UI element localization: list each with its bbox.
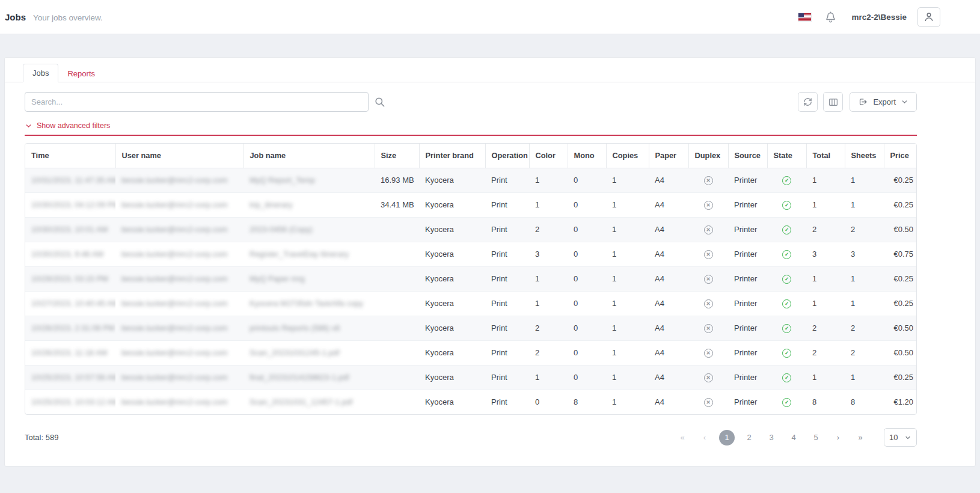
- redacted-text: bessie.tucker@mrc2-corp.com: [121, 348, 227, 357]
- table-row[interactable]: 10/25/2023, 10:03:12 AMbessie.tucker@mrc…: [25, 390, 917, 414]
- brand-cell: Kyocera: [419, 340, 485, 365]
- redacted-text: 10/30/2023, 04:12:09 PM: [31, 200, 115, 209]
- search-icon[interactable]: [374, 96, 385, 108]
- redacted-user-cell: bessie.tucker@mrc2-corp.com: [115, 217, 243, 242]
- page-button-2[interactable]: 2: [741, 430, 757, 446]
- page-button-1[interactable]: 1: [719, 430, 735, 446]
- page-heading: Jobs Your jobs overview.: [5, 12, 103, 22]
- last-page-button[interactable]: »: [853, 430, 868, 446]
- copies-cell: 1: [606, 217, 649, 242]
- mono-cell: 0: [568, 291, 606, 316]
- column-header-time[interactable]: Time: [25, 144, 115, 168]
- column-header-copies[interactable]: Copies: [606, 144, 649, 168]
- price-cell: €0.25: [884, 192, 917, 217]
- color-cell: 2: [529, 316, 568, 340]
- table-row[interactable]: 10/30/2023, 9:48 AMbessie.tucker@mrc2-co…: [25, 242, 917, 266]
- redacted-text: bessie.tucker@mrc2-corp.com: [121, 200, 227, 209]
- page-button-4[interactable]: 4: [786, 430, 801, 446]
- state-cell: ✓: [767, 217, 806, 242]
- column-header-paper[interactable]: Paper: [649, 144, 688, 168]
- column-header-printer-brand[interactable]: Printer brand: [419, 144, 485, 168]
- redacted-time-cell: 10/25/2023, 10:03:12 AM: [25, 390, 115, 414]
- duplex-cell: ✕: [688, 192, 728, 217]
- duplex-off-icon: ✕: [704, 349, 713, 358]
- mono-cell: 8: [568, 390, 606, 414]
- redacted-text: printouts Reports (586) v8: [250, 323, 340, 332]
- total-cell: 2: [806, 217, 845, 242]
- table-row[interactable]: 10/25/2023, 10:57:56 AMbessie.tucker@mrc…: [25, 365, 917, 390]
- size-cell: [375, 390, 419, 414]
- notifications-bell-icon[interactable]: [824, 11, 837, 23]
- column-header-price[interactable]: Price: [884, 144, 917, 168]
- operation-cell: Print: [485, 242, 529, 266]
- copies-cell: 1: [606, 365, 649, 390]
- next-page-button[interactable]: ›: [830, 430, 846, 446]
- column-header-job-name[interactable]: Job name: [243, 144, 375, 168]
- card-content: Export Show advanced filters: [5, 92, 975, 447]
- source-cell: Printer: [728, 242, 767, 266]
- column-header-operation[interactable]: Operation: [485, 144, 529, 168]
- source-cell: Printer: [728, 316, 767, 340]
- table-row[interactable]: 10/31/2023, 11:47:35 AMbessie.tucker@mrc…: [25, 168, 917, 192]
- redacted-job-cell: printouts Reports (586) v8: [243, 316, 375, 340]
- page-size-select[interactable]: 10: [884, 428, 917, 447]
- table-row[interactable]: 10/27/2023, 10:40:45 AMbessie.tucker@mrc…: [25, 291, 917, 316]
- redacted-text: 10/30/2023, 10:01 AM: [31, 225, 108, 234]
- size-cell: [375, 340, 419, 365]
- color-cell: 2: [529, 217, 568, 242]
- tab-jobs[interactable]: Jobs: [23, 64, 58, 82]
- tab-reports[interactable]: Reports: [58, 65, 104, 82]
- column-header-color[interactable]: Color: [529, 144, 568, 168]
- price-cell: €0.25: [884, 291, 917, 316]
- column-header-source[interactable]: Source: [728, 144, 767, 168]
- redacted-job-cell: trip_itinerary: [243, 192, 375, 217]
- column-header-total[interactable]: Total: [806, 144, 845, 168]
- brand-cell: Kyocera: [419, 365, 485, 390]
- operation-cell: Print: [485, 217, 529, 242]
- jobs-card: Jobs Reports: [4, 57, 976, 467]
- paper-cell: A4: [649, 340, 688, 365]
- price-cell: €0.75: [884, 242, 917, 266]
- paper-cell: A4: [649, 390, 688, 414]
- redacted-text: bessie.tucker@mrc2-corp.com: [121, 397, 227, 406]
- mono-cell: 0: [568, 168, 606, 192]
- page-button-5[interactable]: 5: [808, 430, 824, 446]
- table-row[interactable]: 10/30/2023, 04:12:09 PMbessie.tucker@mrc…: [25, 192, 917, 217]
- advanced-filters-toggle[interactable]: Show advanced filters: [25, 121, 917, 136]
- redacted-text: 10/27/2023, 10:40:45 AM: [31, 299, 115, 308]
- refresh-icon: [803, 97, 813, 107]
- column-header-mono[interactable]: Mono: [568, 144, 606, 168]
- operation-cell: Print: [485, 168, 529, 192]
- redacted-job-cell: MyQ Report_Temp: [243, 168, 375, 192]
- column-header-size[interactable]: Size: [375, 144, 419, 168]
- table-row[interactable]: 10/30/2023, 10:01 AMbessie.tucker@mrc2-c…: [25, 217, 917, 242]
- export-button[interactable]: Export: [850, 92, 917, 112]
- refresh-button[interactable]: [798, 92, 818, 112]
- sheets-cell: 1: [845, 168, 884, 192]
- price-cell: €0.50: [884, 217, 917, 242]
- total-count: Total: 589: [25, 433, 58, 442]
- chevron-down-icon: [901, 98, 908, 106]
- columns-button[interactable]: [823, 92, 843, 112]
- redacted-job-cell: Kyocera M2735dn TaskAlfa copy: [243, 291, 375, 316]
- profile-button[interactable]: [917, 7, 940, 27]
- table-row[interactable]: 10/26/2023, 2:31:06 PMbessie.tucker@mrc2…: [25, 316, 917, 340]
- mono-cell: 0: [568, 365, 606, 390]
- table-row[interactable]: 10/29/2023, 03:15 PMbessie.tucker@mrc2-c…: [25, 266, 917, 291]
- language-flag-icon[interactable]: [798, 13, 811, 21]
- brand-cell: Kyocera: [419, 242, 485, 266]
- columns-icon: [828, 97, 839, 108]
- column-header-sheets[interactable]: Sheets: [845, 144, 884, 168]
- column-header-state[interactable]: State: [767, 144, 806, 168]
- column-header-user-name[interactable]: User name: [115, 144, 243, 168]
- page-button-3[interactable]: 3: [764, 430, 779, 446]
- table-row[interactable]: 10/26/2023, 11:18 AMbessie.tucker@mrc2-c…: [25, 340, 917, 365]
- redacted-text: Scan_20231031245-1.pdf: [250, 348, 340, 357]
- redacted-text: 10/26/2023, 2:31:06 PM: [31, 323, 115, 332]
- sheets-cell: 1: [845, 291, 884, 316]
- redacted-text: 2023-0456 (Copy): [250, 225, 313, 234]
- search-input[interactable]: [25, 92, 369, 112]
- page-size-value: 10: [889, 433, 898, 442]
- column-header-duplex[interactable]: Duplex: [688, 144, 728, 168]
- total-cell: 2: [806, 340, 845, 365]
